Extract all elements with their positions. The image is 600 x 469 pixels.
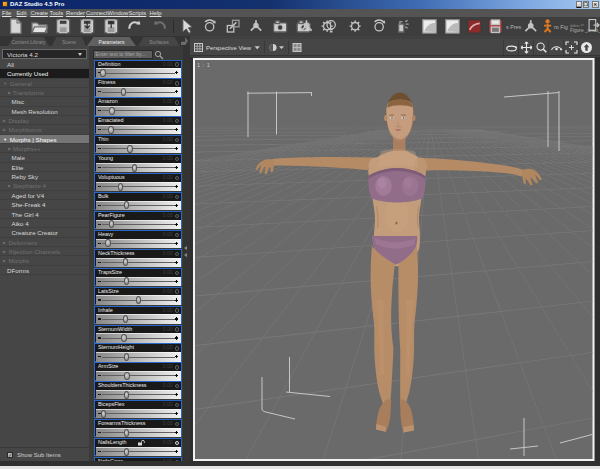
svg-text:s Pres: s Pres	[506, 24, 522, 30]
svg-text:Perspective View: Perspective View	[206, 45, 252, 51]
svg-text:ro Fig: ro Fig	[554, 24, 568, 30]
